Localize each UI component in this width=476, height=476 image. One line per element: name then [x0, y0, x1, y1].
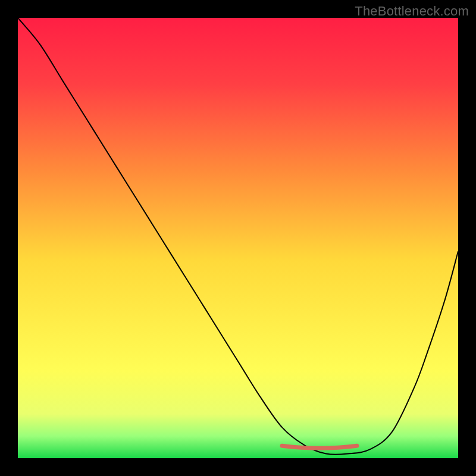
chart-svg — [18, 18, 458, 458]
plot-area — [18, 18, 458, 458]
optimal-range-marker — [282, 446, 357, 448]
watermark-text: TheBottleneck.com — [355, 4, 469, 19]
gradient-background — [18, 18, 458, 458]
chart-frame: TheBottleneck.com — [0, 0, 476, 476]
